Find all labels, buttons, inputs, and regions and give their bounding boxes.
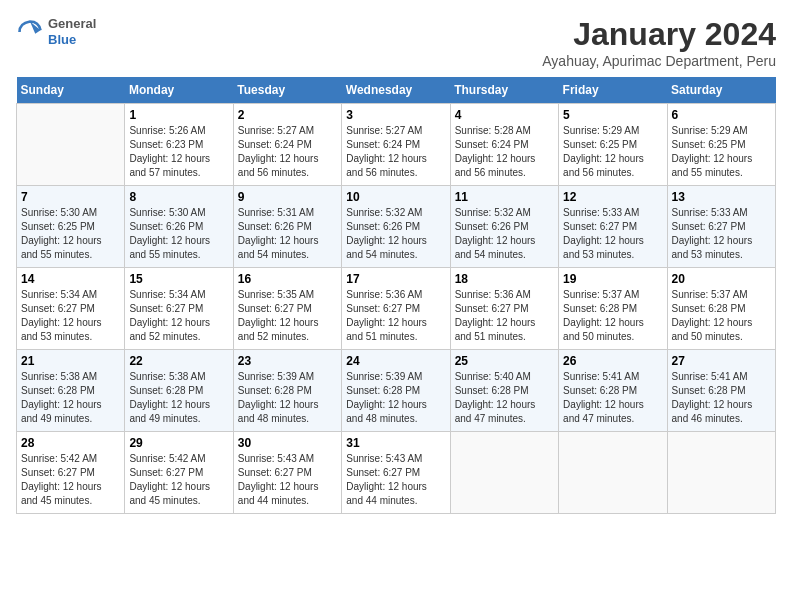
day-number: 26 (563, 354, 662, 368)
location: Ayahuay, Apurimac Department, Peru (542, 53, 776, 69)
day-number: 23 (238, 354, 337, 368)
day-number: 27 (672, 354, 771, 368)
day-info: Sunrise: 5:42 AMSunset: 6:27 PMDaylight:… (129, 452, 228, 508)
calendar-cell: 12Sunrise: 5:33 AMSunset: 6:27 PMDayligh… (559, 186, 667, 268)
day-info: Sunrise: 5:34 AMSunset: 6:27 PMDaylight:… (21, 288, 120, 344)
calendar-cell: 29Sunrise: 5:42 AMSunset: 6:27 PMDayligh… (125, 432, 233, 514)
day-info: Sunrise: 5:32 AMSunset: 6:26 PMDaylight:… (346, 206, 445, 262)
calendar-cell: 3Sunrise: 5:27 AMSunset: 6:24 PMDaylight… (342, 104, 450, 186)
day-info: Sunrise: 5:30 AMSunset: 6:26 PMDaylight:… (129, 206, 228, 262)
weekday-header-saturday: Saturday (667, 77, 775, 104)
day-info: Sunrise: 5:29 AMSunset: 6:25 PMDaylight:… (563, 124, 662, 180)
calendar-cell: 6Sunrise: 5:29 AMSunset: 6:25 PMDaylight… (667, 104, 775, 186)
calendar-cell: 23Sunrise: 5:39 AMSunset: 6:28 PMDayligh… (233, 350, 341, 432)
calendar-cell: 25Sunrise: 5:40 AMSunset: 6:28 PMDayligh… (450, 350, 558, 432)
calendar-cell (17, 104, 125, 186)
logo-blue: Blue (48, 32, 96, 48)
calendar-cell: 17Sunrise: 5:36 AMSunset: 6:27 PMDayligh… (342, 268, 450, 350)
calendar-cell: 5Sunrise: 5:29 AMSunset: 6:25 PMDaylight… (559, 104, 667, 186)
calendar-cell: 28Sunrise: 5:42 AMSunset: 6:27 PMDayligh… (17, 432, 125, 514)
calendar-cell: 4Sunrise: 5:28 AMSunset: 6:24 PMDaylight… (450, 104, 558, 186)
calendar-cell: 10Sunrise: 5:32 AMSunset: 6:26 PMDayligh… (342, 186, 450, 268)
day-info: Sunrise: 5:40 AMSunset: 6:28 PMDaylight:… (455, 370, 554, 426)
day-number: 31 (346, 436, 445, 450)
day-number: 16 (238, 272, 337, 286)
calendar-cell: 15Sunrise: 5:34 AMSunset: 6:27 PMDayligh… (125, 268, 233, 350)
day-number: 18 (455, 272, 554, 286)
calendar-cell: 2Sunrise: 5:27 AMSunset: 6:24 PMDaylight… (233, 104, 341, 186)
day-info: Sunrise: 5:31 AMSunset: 6:26 PMDaylight:… (238, 206, 337, 262)
weekday-header-row: SundayMondayTuesdayWednesdayThursdayFrid… (17, 77, 776, 104)
day-number: 4 (455, 108, 554, 122)
day-info: Sunrise: 5:41 AMSunset: 6:28 PMDaylight:… (672, 370, 771, 426)
day-number: 28 (21, 436, 120, 450)
logo-icon (16, 18, 44, 46)
calendar-cell: 1Sunrise: 5:26 AMSunset: 6:23 PMDaylight… (125, 104, 233, 186)
day-number: 11 (455, 190, 554, 204)
day-info: Sunrise: 5:38 AMSunset: 6:28 PMDaylight:… (129, 370, 228, 426)
day-number: 29 (129, 436, 228, 450)
day-number: 14 (21, 272, 120, 286)
day-info: Sunrise: 5:27 AMSunset: 6:24 PMDaylight:… (346, 124, 445, 180)
calendar-cell: 18Sunrise: 5:36 AMSunset: 6:27 PMDayligh… (450, 268, 558, 350)
day-number: 19 (563, 272, 662, 286)
calendar-cell: 22Sunrise: 5:38 AMSunset: 6:28 PMDayligh… (125, 350, 233, 432)
day-info: Sunrise: 5:33 AMSunset: 6:27 PMDaylight:… (672, 206, 771, 262)
weekday-header-thursday: Thursday (450, 77, 558, 104)
day-number: 30 (238, 436, 337, 450)
day-info: Sunrise: 5:36 AMSunset: 6:27 PMDaylight:… (455, 288, 554, 344)
day-info: Sunrise: 5:34 AMSunset: 6:27 PMDaylight:… (129, 288, 228, 344)
day-number: 9 (238, 190, 337, 204)
day-info: Sunrise: 5:38 AMSunset: 6:28 PMDaylight:… (21, 370, 120, 426)
day-number: 1 (129, 108, 228, 122)
day-info: Sunrise: 5:43 AMSunset: 6:27 PMDaylight:… (238, 452, 337, 508)
day-info: Sunrise: 5:30 AMSunset: 6:25 PMDaylight:… (21, 206, 120, 262)
calendar-cell: 19Sunrise: 5:37 AMSunset: 6:28 PMDayligh… (559, 268, 667, 350)
calendar-week-row: 7Sunrise: 5:30 AMSunset: 6:25 PMDaylight… (17, 186, 776, 268)
calendar-cell (667, 432, 775, 514)
calendar-cell: 11Sunrise: 5:32 AMSunset: 6:26 PMDayligh… (450, 186, 558, 268)
weekday-header-wednesday: Wednesday (342, 77, 450, 104)
weekday-header-sunday: Sunday (17, 77, 125, 104)
day-number: 25 (455, 354, 554, 368)
day-number: 10 (346, 190, 445, 204)
day-number: 24 (346, 354, 445, 368)
month-title: January 2024 (542, 16, 776, 53)
title-area: January 2024 Ayahuay, Apurimac Departmen… (542, 16, 776, 69)
day-info: Sunrise: 5:39 AMSunset: 6:28 PMDaylight:… (346, 370, 445, 426)
day-number: 13 (672, 190, 771, 204)
day-info: Sunrise: 5:39 AMSunset: 6:28 PMDaylight:… (238, 370, 337, 426)
day-number: 2 (238, 108, 337, 122)
day-info: Sunrise: 5:37 AMSunset: 6:28 PMDaylight:… (563, 288, 662, 344)
day-number: 6 (672, 108, 771, 122)
day-number: 7 (21, 190, 120, 204)
calendar-week-row: 1Sunrise: 5:26 AMSunset: 6:23 PMDaylight… (17, 104, 776, 186)
day-number: 17 (346, 272, 445, 286)
day-info: Sunrise: 5:28 AMSunset: 6:24 PMDaylight:… (455, 124, 554, 180)
day-number: 22 (129, 354, 228, 368)
day-info: Sunrise: 5:43 AMSunset: 6:27 PMDaylight:… (346, 452, 445, 508)
day-info: Sunrise: 5:35 AMSunset: 6:27 PMDaylight:… (238, 288, 337, 344)
day-number: 3 (346, 108, 445, 122)
day-number: 8 (129, 190, 228, 204)
day-info: Sunrise: 5:36 AMSunset: 6:27 PMDaylight:… (346, 288, 445, 344)
day-number: 15 (129, 272, 228, 286)
calendar-cell (559, 432, 667, 514)
page-header: General Blue January 2024 Ayahuay, Apuri… (16, 16, 776, 69)
calendar-cell: 9Sunrise: 5:31 AMSunset: 6:26 PMDaylight… (233, 186, 341, 268)
calendar-cell: 14Sunrise: 5:34 AMSunset: 6:27 PMDayligh… (17, 268, 125, 350)
weekday-header-tuesday: Tuesday (233, 77, 341, 104)
logo-general: General (48, 16, 96, 32)
day-info: Sunrise: 5:29 AMSunset: 6:25 PMDaylight:… (672, 124, 771, 180)
weekday-header-monday: Monday (125, 77, 233, 104)
day-info: Sunrise: 5:42 AMSunset: 6:27 PMDaylight:… (21, 452, 120, 508)
calendar-table: SundayMondayTuesdayWednesdayThursdayFrid… (16, 77, 776, 514)
calendar-cell (450, 432, 558, 514)
calendar-cell: 31Sunrise: 5:43 AMSunset: 6:27 PMDayligh… (342, 432, 450, 514)
calendar-cell: 27Sunrise: 5:41 AMSunset: 6:28 PMDayligh… (667, 350, 775, 432)
day-number: 12 (563, 190, 662, 204)
calendar-cell: 21Sunrise: 5:38 AMSunset: 6:28 PMDayligh… (17, 350, 125, 432)
calendar-cell: 26Sunrise: 5:41 AMSunset: 6:28 PMDayligh… (559, 350, 667, 432)
calendar-cell: 7Sunrise: 5:30 AMSunset: 6:25 PMDaylight… (17, 186, 125, 268)
calendar-week-row: 14Sunrise: 5:34 AMSunset: 6:27 PMDayligh… (17, 268, 776, 350)
